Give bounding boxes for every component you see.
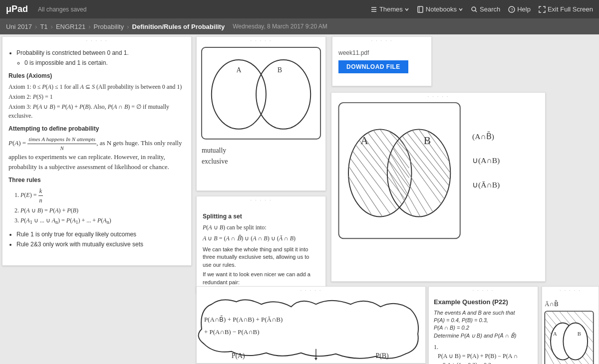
- venn-sketch: A B mutually exclusive: [197, 44, 325, 189]
- app-logo: μPad: [6, 4, 28, 14]
- split-line1: P(A ∪ B) can be split into:: [203, 223, 319, 232]
- help-button[interactable]: ? Help: [508, 5, 531, 13]
- svg-text:exclusive: exclusive: [202, 158, 228, 165]
- top-navigation: μPad All changes saved Themes Notebooks …: [0, 0, 599, 18]
- example-intro: The events A and B are such that P(A) = …: [434, 309, 533, 340]
- right-sketch-card: · · · · · Ā∩B̄: [542, 286, 599, 364]
- drag-handle-file[interactable]: · · · · ·: [332, 37, 431, 44]
- solution: 1. P(A ∪ B) = P(A) + P(B) − P(A ∩ = 0.4 …: [434, 343, 533, 364]
- svg-text:P(A∩B̄) + P(A∩B) + P(Ā∩B): P(A∩B̄) + P(A∩B) + P(Ā∩B): [204, 316, 283, 323]
- svg-text:(A∩B̄): (A∩B̄): [472, 132, 494, 141]
- rules-title: Rules (Axioms): [8, 71, 185, 80]
- pa-formula: P(A) = times A happens In N attemptsN, a…: [8, 135, 185, 172]
- svg-text:A: A: [360, 135, 368, 147]
- svg-text:P(A): P(A): [232, 352, 245, 360]
- venn-intersection-card: · · · · ·: [331, 92, 546, 282]
- note-rule1: Rule 1 is only true for equally likely o…: [16, 230, 185, 239]
- svg-text:∪(Ā∩B): ∪(Ā∩B): [472, 181, 500, 189]
- svg-marker-46: [314, 358, 317, 361]
- svg-line-28: [392, 129, 451, 207]
- attempt-title: Attempting to define probability: [8, 124, 185, 133]
- filename: week11.pdf: [338, 48, 425, 57]
- search-button[interactable]: Search: [471, 5, 500, 13]
- venn2-svg: A B (A∩B̄) ∪(A∩B) ∪(Ā∩B): [331, 100, 545, 280]
- chevron-down-icon2: [459, 7, 463, 11]
- bullet-zero-one: 0 is impossible and 1 is certain.: [24, 58, 185, 67]
- svg-rect-11: [339, 103, 460, 238]
- drag-handle-venn[interactable]: · · · · ·: [197, 37, 325, 44]
- nav-right: Themes Notebooks Search ? Help Exit Full…: [370, 5, 593, 13]
- text-notes-content: Probability is constricted between 0 and…: [2, 44, 191, 255]
- drag-handle-formula[interactable]: · · · · ·: [197, 287, 425, 294]
- file-download-card: · · · · · week11.pdf DOWNLOAD FILE: [332, 36, 432, 86]
- breadcrumb-date: Wednesday, 8 March 2017 9:20 AM: [233, 23, 327, 30]
- formula-sketch-card: · · · · · P(A∩B̄) + P(A∩B) + P(Ā∩B) + P(…: [196, 286, 426, 364]
- notebooks-button[interactable]: Notebooks: [417, 5, 463, 13]
- svg-point-6: [256, 60, 310, 129]
- rule1: 1. P(E) = kn: [14, 186, 185, 205]
- svg-line-36: [387, 159, 420, 217]
- svg-text:Ā∩B̄: Ā∩B̄: [545, 300, 558, 308]
- bullet-prob-range: Probability is constricted between 0 and…: [16, 48, 185, 57]
- drag-handle-venn2[interactable]: · · · · ·: [331, 93, 545, 100]
- help-icon: ?: [508, 6, 515, 13]
- example-title: Example Question (P22): [434, 297, 533, 307]
- chevron-down-icon: [405, 7, 409, 11]
- svg-text:B: B: [578, 331, 581, 337]
- svg-rect-0: [418, 6, 423, 12]
- exit-fullscreen-icon: [539, 6, 546, 13]
- split-formula: A ∪ B = (A ∩ B̄) ∪ (A ∩ B) ∪ (Ā ∩ B): [203, 234, 319, 243]
- right-sketch-svg: Ā∩B̄: [542, 294, 599, 364]
- axiom1: Axiom 1: 0 ≤ P(A) ≤ 1 for all A ⊆ S (All…: [8, 82, 185, 91]
- breadcrumb-engr[interactable]: ENGR121: [56, 23, 85, 30]
- svg-rect-4: [202, 47, 320, 139]
- breadcrumb-t1[interactable]: T1: [40, 23, 47, 30]
- sync-status: All changes saved: [38, 6, 86, 13]
- splitting-content: Splitting a set P(A ∪ B) can be split in…: [197, 204, 325, 291]
- search-icon: [471, 6, 478, 13]
- split-desc2: If we want it to look even nicer we can …: [203, 271, 319, 286]
- formula-sketch: P(A∩B̄) + P(A∩B) + P(Ā∩B) + P(A∩B) − P(A…: [197, 294, 425, 362]
- notebooks-icon: [417, 6, 424, 13]
- svg-text:?: ?: [511, 7, 513, 12]
- drag-handle-split[interactable]: · · · · ·: [197, 196, 325, 204]
- rule2: 2. P(A ∪ B) = P(A) + P(B): [14, 206, 185, 215]
- svg-line-20: [343, 168, 372, 216]
- themes-button[interactable]: Themes: [370, 5, 409, 13]
- venn-diagram-card: · · · · · A B mutually exclusive: [196, 36, 326, 191]
- note-rule23: Rule 2&3 only work with mutually exclusi…: [16, 240, 185, 249]
- text-notes-card: · · · · · Probability is constricted bet…: [2, 36, 192, 266]
- breadcrumb: Uni 2017 › T1 › ENGR121 › Probability › …: [0, 18, 599, 34]
- splitting-title: Splitting a set: [203, 212, 319, 221]
- example-content: Example Question (P22) The events A and …: [429, 294, 538, 364]
- right-sketch: Ā∩B̄: [542, 294, 599, 364]
- drag-handle-example[interactable]: · · · · ·: [429, 287, 538, 294]
- rule3: 3. P(A1 ∪ ... ∪ An) = P(A1) + ... + P(An…: [14, 216, 185, 226]
- breadcrumb-probability[interactable]: Probability: [94, 23, 124, 30]
- drag-handle-right[interactable]: · · · · ·: [542, 287, 599, 294]
- svg-text:A: A: [553, 331, 557, 337]
- exit-fullscreen-button[interactable]: Exit Full Screen: [539, 5, 593, 13]
- themes-icon: [370, 6, 377, 13]
- drag-handle-text[interactable]: · · · · ·: [2, 37, 191, 44]
- svg-text:∪(A∩B): ∪(A∩B): [472, 156, 500, 165]
- svg-point-64: [563, 323, 588, 360]
- three-rules-list: 1. P(E) = kn 2. P(A ∪ B) = P(A) + P(B) 3…: [14, 186, 185, 226]
- venn2-sketch: A B (A∩B̄) ∪(A∩B) ∪(Ā∩B): [331, 100, 545, 280]
- axiom2: Axiom 2: P(S) = 1: [8, 92, 185, 101]
- step1: 1. P(A ∪ B) = P(A) + P(B) − P(A ∩ = 0.4 …: [434, 343, 533, 364]
- breadcrumb-uni[interactable]: Uni 2017: [6, 23, 32, 30]
- canvas-area: · · · · · Probability is constricted bet…: [0, 34, 599, 364]
- svg-point-1: [472, 7, 476, 11]
- svg-text:+ P(A∩B) − P(A∩B): + P(A∩B) − P(A∩B): [204, 328, 260, 336]
- nav-left: μPad All changes saved: [6, 4, 86, 14]
- download-file-button[interactable]: DOWNLOAD FILE: [338, 60, 408, 73]
- svg-line-35: [387, 149, 429, 216]
- axiom3: Axiom 3: P(A ∪ B) = P(A) + P(B). Also, P…: [8, 102, 185, 120]
- svg-line-19: [343, 159, 382, 217]
- svg-text:B: B: [424, 135, 431, 147]
- split-desc1: We can take the whole thing and split it…: [203, 246, 319, 269]
- formula-svg: P(A∩B̄) + P(A∩B) + P(Ā∩B) + P(A∩B) − P(A…: [197, 294, 425, 362]
- three-rules-title: Three rules: [8, 176, 185, 184]
- svg-text:A: A: [236, 66, 241, 74]
